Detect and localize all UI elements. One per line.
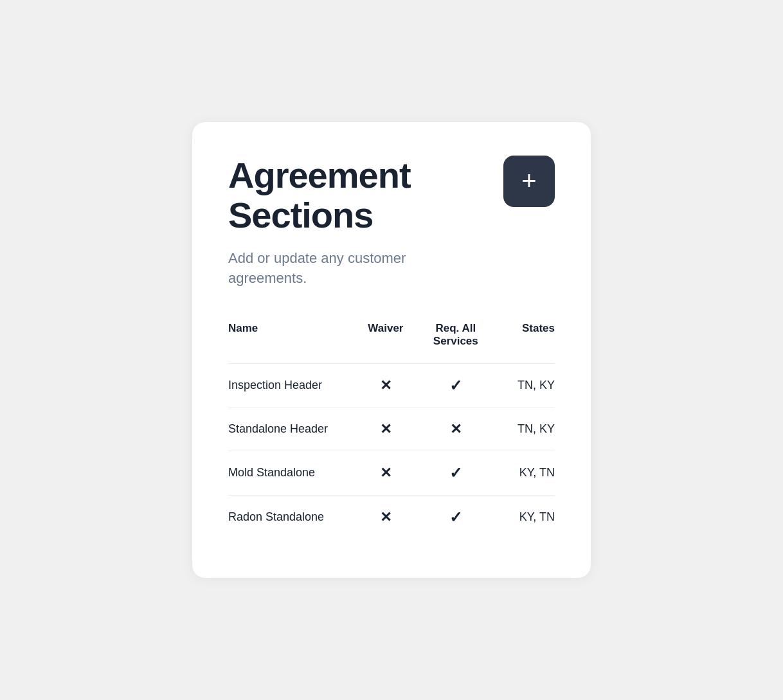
- col-header-states: States: [496, 322, 555, 348]
- col-header-req-all-services: Req. All Services: [415, 322, 496, 348]
- row-req-all-services-icon: ✓: [415, 377, 496, 395]
- row-states: KY, TN: [496, 510, 555, 524]
- agreement-sections-card: Agreement Sections Add or update any cus…: [192, 122, 591, 578]
- add-section-button[interactable]: +: [503, 156, 555, 207]
- row-req-all-services-icon: ✓: [415, 464, 496, 482]
- page-subtitle: Add or update any customer agreements.: [228, 249, 488, 289]
- row-waiver-icon: ✕: [357, 377, 415, 394]
- row-states: TN, KY: [496, 379, 555, 392]
- row-name: Inspection Header: [228, 379, 357, 392]
- plus-icon: +: [521, 168, 536, 193]
- table-row[interactable]: Inspection Header ✕ ✓ TN, KY: [228, 363, 555, 408]
- row-name: Standalone Header: [228, 422, 357, 436]
- row-states: TN, KY: [496, 422, 555, 436]
- table-row[interactable]: Standalone Header ✕ ✕ TN, KY: [228, 408, 555, 451]
- agreements-table: Name Waiver Req. All Services States Ins…: [228, 322, 555, 539]
- row-waiver-icon: ✕: [357, 465, 415, 481]
- table-header: Name Waiver Req. All Services States: [228, 322, 555, 358]
- page-title: Agreement Sections: [228, 156, 488, 235]
- row-req-all-services-icon: ✕: [415, 421, 496, 438]
- row-waiver-icon: ✕: [357, 509, 415, 526]
- table-row[interactable]: Mold Standalone ✕ ✓ KY, TN: [228, 451, 555, 495]
- row-name: Radon Standalone: [228, 510, 357, 524]
- row-waiver-icon: ✕: [357, 421, 415, 438]
- row-name: Mold Standalone: [228, 466, 357, 480]
- title-block: Agreement Sections Add or update any cus…: [228, 156, 488, 289]
- row-states: KY, TN: [496, 466, 555, 480]
- col-header-waiver: Waiver: [357, 322, 415, 348]
- table-row[interactable]: Radon Standalone ✕ ✓ KY, TN: [228, 495, 555, 539]
- header-row: Agreement Sections Add or update any cus…: [228, 156, 555, 289]
- col-header-name: Name: [228, 322, 357, 348]
- row-req-all-services-icon: ✓: [415, 508, 496, 526]
